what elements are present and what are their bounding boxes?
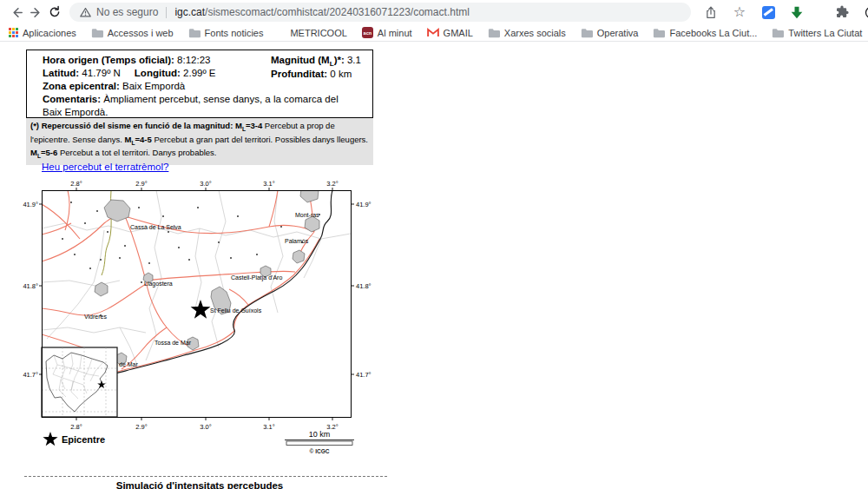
longitud-label: Longitud: (135, 68, 181, 78)
extension-blue-icon (762, 6, 775, 19)
x-tick-label: 2.9° (135, 180, 147, 188)
y-tick-label: 41.7° (23, 371, 38, 379)
bookmark-item[interactable]: Accessos i web (91, 28, 174, 38)
bookmark-item[interactable]: GMAIL (427, 28, 473, 38)
bookmarks-bar: Aplicaciones Accessos i web Fonts notici… (0, 24, 868, 42)
y-tick-label: 41.8° (23, 282, 38, 290)
zona-label: Zona epicentral: (43, 81, 120, 91)
x-tick-label: 2.8° (70, 423, 82, 431)
note-intro: (*) Repercussió del sisme en funció de l… (30, 121, 235, 130)
epicenter-star-icon (191, 300, 211, 319)
browser-toolbar: No es seguro igc.cat/sismescomact/comhis… (0, 0, 868, 24)
magnitud-label: Magnitud (M (271, 55, 330, 65)
comentaris-row: Comentaris: Àmpliament percebut, sense d… (43, 93, 357, 119)
bookmark-label: Operativa (597, 28, 639, 38)
profunditat-value: 0 km (327, 69, 352, 79)
toolbar-actions: ☆ D ⋮ (701, 3, 868, 22)
bookmark-item[interactable]: Aplicaciones (9, 28, 76, 38)
bookmark-item[interactable]: Facebooks La Ciut... (653, 28, 757, 38)
note-m1: ML=3-4 (235, 121, 262, 130)
town-label: Palamós (285, 238, 309, 244)
note-m2: ML=4-5 (125, 135, 152, 144)
y-tick-label: 41.9° (23, 201, 38, 208)
extension-leaf-button[interactable] (861, 3, 868, 22)
inset-map (42, 347, 117, 417)
latitud-label: Latitud: (43, 68, 79, 78)
hora-origen-label: Hora origen (Temps oficial): (43, 55, 174, 65)
town-label: Castell-Platja d'Aro (231, 274, 282, 281)
note-t2: Percebut a gran part del territori. Poss… (152, 135, 368, 144)
scale-label: 10 km (309, 430, 331, 439)
map-credit: © ICGC (310, 448, 330, 454)
bookmark-label: Al minut (378, 28, 412, 38)
x-tick-label: 3.2° (326, 180, 338, 188)
town-label: St Feliu de Guíxols (210, 307, 262, 314)
x-tick-label: 3.0° (200, 423, 211, 431)
village-dots (62, 202, 320, 316)
apps-grid-icon (9, 28, 18, 37)
url-path: /sismescomact/comhistcat/20240316071223/… (205, 6, 470, 18)
bookmark-item[interactable]: Fonts noticies (188, 28, 264, 38)
bookmark-page-button[interactable]: ☆ (730, 3, 749, 22)
bookmark-label: Facebooks La Ciut... (669, 28, 757, 38)
omnibox-separator (166, 7, 167, 18)
extensions-button[interactable] (832, 3, 852, 22)
town-label: Llagostera (144, 281, 173, 287)
bookmark-item[interactable]: METRICOOL (290, 28, 346, 38)
bookmark-item[interactable]: Operativa (581, 28, 639, 38)
scale-bar: 10 km © ICGC (285, 430, 354, 454)
note-m3: ML=5-6 (30, 148, 57, 157)
folder-icon (581, 28, 593, 38)
epicenter-map-image: Cassà de La Selva Mont-ras Palamós Caste… (17, 178, 382, 460)
security-label: No es seguro (96, 6, 158, 18)
urban-areas (95, 185, 319, 365)
bookmark-item[interactable]: Twitters La Ciutat (772, 28, 862, 38)
back-arrow-icon (10, 5, 24, 20)
town-labels: Cassà de La Selva Mont-ras Palamós Caste… (84, 212, 319, 367)
coastline (100, 190, 332, 376)
reload-button[interactable] (45, 3, 64, 22)
x-tick-label: 3.0° (200, 180, 211, 188)
extension-blue-button[interactable] (759, 3, 778, 22)
page-url: igc.cat/sismescomact/comhistcat/20240316… (174, 6, 470, 18)
reload-icon (48, 5, 62, 19)
bookmark-item[interactable]: Xarxes socials (488, 28, 566, 38)
longitud-value: 2.99º E (181, 68, 216, 78)
hora-origen-value: 8:12:23 (174, 55, 211, 65)
profunditat-label: Profunditat: (271, 69, 327, 79)
legend-star-icon (43, 432, 57, 446)
forward-button[interactable] (26, 3, 45, 22)
back-button[interactable] (7, 3, 26, 22)
bookmark-label: Twitters La Ciutat (788, 28, 862, 38)
map-legend: Epicentre (43, 432, 105, 446)
latitud-value: 41.79º N (79, 68, 121, 78)
magnitude-note: (*) Repercussió del sisme en funció de l… (26, 118, 373, 165)
profunditat-row: Profunditat: 0 km (271, 68, 352, 81)
url-domain: igc.cat (174, 6, 205, 18)
town-label: Mont-ras (295, 212, 319, 218)
felt-quake-link[interactable]: Heu percebut el terratrèmol? (42, 162, 168, 172)
leaf-circle-icon (865, 6, 868, 19)
address-bar[interactable]: No es seguro igc.cat/sismescomact/comhis… (69, 3, 691, 22)
y-tick-label: 41.9° (356, 201, 372, 208)
x-tick-label: 2.9° (135, 423, 147, 431)
bookmark-label: METRICOOL (290, 28, 346, 38)
extensions-puzzle-icon (835, 5, 849, 19)
forward-arrow-icon (29, 5, 43, 20)
bookmark-label: Accessos i web (108, 28, 174, 38)
x-tick-label: 2.8° (70, 180, 82, 188)
zona-value: Baix Empordà (120, 81, 185, 91)
magnitud-value: 3.1 (345, 55, 361, 65)
bookmark-label: GMAIL (444, 28, 473, 38)
zona-row: Zona epicentral: Baix Empordà (43, 80, 372, 93)
share-button[interactable] (701, 3, 720, 22)
town-label: Vidreres (84, 314, 107, 320)
town-label: Tossa de Mar (155, 340, 192, 346)
download-arrow-icon (791, 6, 803, 19)
download-extension-button[interactable] (787, 3, 806, 22)
gmail-icon (427, 28, 439, 37)
legend-epicentre-label: Epicentre (62, 434, 105, 445)
bookmark-item[interactable]: acn Al minut (362, 27, 412, 38)
x-tick-label: 3.1° (263, 180, 274, 188)
security-warning-icon (80, 7, 91, 17)
